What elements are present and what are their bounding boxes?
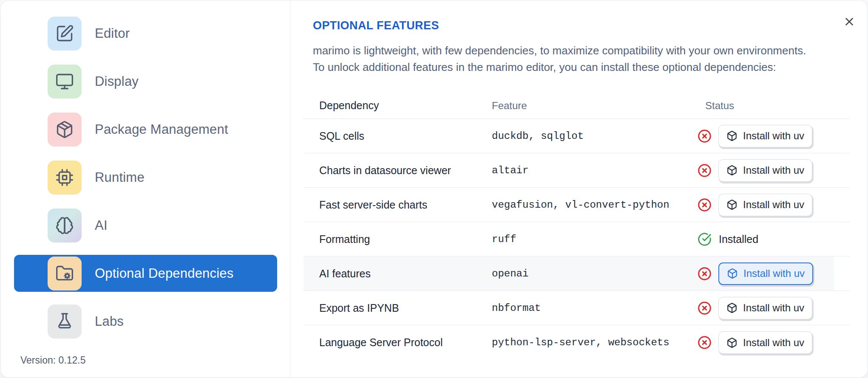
circle-check-icon (698, 232, 712, 246)
sidebar-item-label: Package Management (95, 122, 228, 137)
sidebar-item-label: Runtime (95, 170, 145, 185)
sidebar-item-label: Display (95, 74, 139, 89)
settings-sidebar: EditorDisplayPackage ManagementRuntimeAI… (1, 1, 290, 377)
dependency-cell: AI features (304, 268, 492, 280)
install-with-uv-button[interactable]: Install with uv (718, 262, 813, 285)
optional-features-panel: OPTIONAL FEATURES marimo is lightweight,… (291, 1, 867, 377)
feature-cell: ruff (492, 234, 705, 245)
table-row-ai-features: AI featuresopenaiInstall with uv (304, 257, 850, 291)
install-with-uv-button[interactable]: Install with uv (718, 194, 812, 216)
settings-dialog: EditorDisplayPackage ManagementRuntimeAI… (1, 1, 867, 377)
sidebar-item-label: AI (95, 218, 108, 233)
table-body: SQL cellsduckdb, sqlglotInstall with uvC… (304, 119, 850, 360)
circle-x-icon (698, 164, 712, 178)
version-label: Version: 0.12.5 (20, 355, 85, 366)
table-row-export-as-ipynb: Export as IPYNBnbformatInstall with uv (304, 291, 850, 325)
sidebar-item-label: Editor (95, 26, 130, 41)
column-header-feature: Feature (492, 100, 705, 112)
dependency-cell: SQL cells (304, 130, 492, 142)
circle-x-icon (698, 267, 712, 281)
dependencies-table: Dependency Feature Status SQL cellsduckd… (304, 93, 850, 360)
circle-x-icon (698, 336, 712, 350)
circle-x-icon (698, 129, 712, 143)
cpu-icon (48, 161, 82, 195)
status-cell: Installed (698, 232, 758, 246)
install-button-label: Install with uv (743, 337, 804, 349)
dependency-cell: Language Server Protocol (304, 336, 492, 349)
panel-title: OPTIONAL FEATURES (313, 19, 867, 32)
install-with-uv-button[interactable]: Install with uv (718, 297, 812, 319)
sidebar-item-display[interactable]: Display (14, 63, 277, 100)
sidebar-item-label: Optional Dependencies (95, 266, 233, 281)
box-icon (726, 130, 738, 141)
sidebar-item-labs[interactable]: Labs (14, 303, 277, 340)
column-header-status: Status (705, 100, 734, 112)
dependency-cell: Formatting (304, 233, 492, 245)
install-button-label: Install with uv (743, 130, 804, 142)
install-button-label: Install with uv (743, 268, 805, 279)
sidebar-item-package-management[interactable]: Package Management (14, 111, 277, 148)
status-cell: Install with uv (698, 125, 812, 147)
sidebar-item-editor[interactable]: Editor (14, 15, 277, 52)
box-icon (726, 165, 738, 176)
status-cell: Install with uv (698, 262, 813, 285)
install-with-uv-button[interactable]: Install with uv (718, 331, 812, 354)
feature-cell: nbformat (492, 302, 705, 314)
dependency-cell: Export as IPYNB (304, 302, 492, 314)
box-icon (726, 199, 738, 210)
install-with-uv-button[interactable]: Install with uv (718, 125, 812, 147)
status-cell: Install with uv (698, 159, 812, 182)
dependency-cell: Fast server-side charts (304, 199, 492, 211)
flask-icon (48, 305, 82, 339)
feature-cell: altair (492, 165, 705, 176)
sidebar-item-label: Labs (95, 314, 124, 329)
settings-nav: EditorDisplayPackage ManagementRuntimeAI… (14, 15, 290, 340)
box-icon (727, 268, 738, 279)
install-button-label: Install with uv (743, 302, 804, 314)
table-row-language-server-protocol: Language Server Protocolpython-lsp-serve… (304, 325, 850, 360)
install-button-label: Install with uv (743, 199, 804, 211)
dependency-cell: Charts in datasource viewer (304, 164, 492, 177)
circle-x-icon (698, 301, 712, 315)
table-row-fast-server-side-charts: Fast server-side chartsvegafusion, vl-co… (304, 188, 850, 222)
table-row-charts-in-datasource-viewer: Charts in datasource vieweraltairInstall… (304, 153, 850, 188)
table-row-sql-cells: SQL cellsduckdb, sqlglotInstall with uv (304, 119, 850, 153)
box-icon (726, 337, 738, 348)
sidebar-item-optional-dependencies[interactable]: Optional Dependencies (14, 255, 277, 292)
installed-label: Installed (719, 233, 758, 245)
sidebar-item-ai[interactable]: AI (14, 207, 277, 244)
status-cell: Install with uv (698, 331, 812, 354)
sidebar-item-runtime[interactable]: Runtime (14, 159, 277, 196)
install-with-uv-button[interactable]: Install with uv (718, 159, 812, 182)
monitor-icon (48, 65, 82, 99)
feature-cell: duckdb, sqlglot (492, 130, 705, 142)
box-icon (726, 302, 738, 313)
brain-icon (48, 209, 82, 243)
panel-description: marimo is lightweight, with few dependen… (313, 42, 853, 76)
column-header-dependency: Dependency (304, 99, 492, 112)
status-cell: Install with uv (698, 194, 812, 216)
install-button-label: Install with uv (743, 164, 804, 176)
circle-x-icon (698, 198, 712, 212)
table-row-formatting: FormattingruffInstalled (304, 222, 850, 257)
square-pen-icon (48, 17, 82, 51)
package-icon (48, 113, 82, 147)
feature-cell: openai (492, 268, 705, 279)
feature-cell: python-lsp-server, websockets (492, 337, 705, 348)
folder-cog-icon (48, 257, 82, 291)
feature-cell: vegafusion, vl-convert-python (492, 199, 705, 211)
status-cell: Install with uv (698, 297, 812, 319)
table-header: Dependency Feature Status (304, 93, 850, 119)
